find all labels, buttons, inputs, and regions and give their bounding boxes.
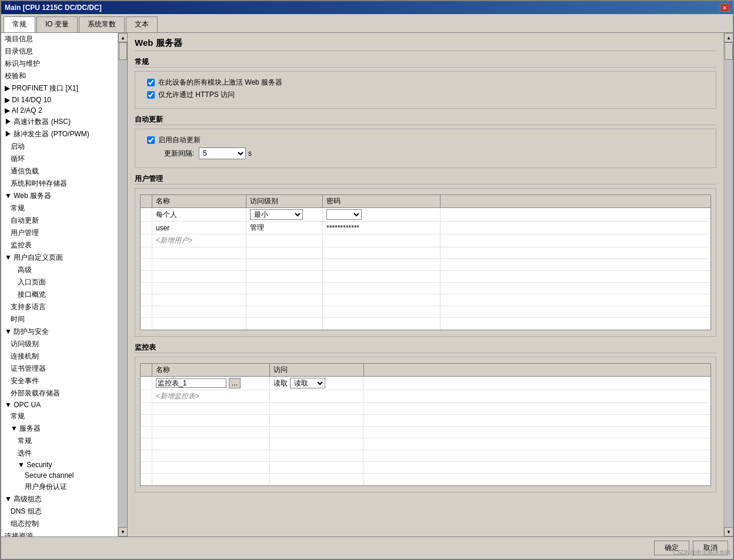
sidebar-item-ext-storage[interactable]: 外部装载存储器 (1, 387, 118, 400)
sidebar: 项目信息 目录信息 标识与维护 校验和 ▶ PROFINET 接口 [X1] ▶… (1, 33, 118, 536)
content-scroll-down[interactable]: ▼ (724, 527, 733, 536)
checkbox-activate-web-input[interactable] (147, 79, 155, 86)
sidebar-item-protection[interactable]: ▼ 防护与安全 (1, 326, 118, 338)
sidebar-item-opc-server[interactable]: ▼ 服务器 (1, 422, 118, 435)
tab-text[interactable]: 文本 (126, 16, 158, 32)
sidebar-item-dns[interactable]: DNS 组态 (1, 505, 118, 518)
user-new-check (141, 235, 152, 247)
main-window: Main [CPU 1215C DC/DC/DC] ✕ 常规 IO 变量 系统常… (0, 0, 734, 560)
table-row (141, 450, 710, 462)
close-button[interactable]: ✕ (720, 4, 729, 12)
user-row2-password-text: ************ (326, 224, 359, 232)
user-row2-password: ************ (323, 222, 441, 234)
sidebar-item-server-general[interactable]: 常规 (1, 435, 118, 447)
sidebar-scroll-thumb[interactable] (119, 42, 127, 60)
sidebar-item-entry-page[interactable]: 入口页面 (1, 276, 118, 289)
sidebar-scroll-track[interactable] (118, 42, 127, 527)
user-table-col-check (141, 195, 152, 207)
table-row (141, 427, 710, 438)
content-scrollbar: ▲ ▼ (723, 33, 733, 536)
sidebar-item-cycle[interactable]: 循环 (1, 153, 118, 165)
sidebar-item-config-ctrl[interactable]: 组态控制 (1, 518, 118, 530)
content-area: Web 服务器 常规 在此设备的所有模块上激活 Web 服务器 仅允许通过 HT… (128, 33, 723, 536)
user-new-name-text: <新增用户> (156, 236, 192, 246)
sidebar-item-profinet[interactable]: ▶ PROFINET 接口 [X1] (1, 82, 118, 95)
checkbox-auto-update-input[interactable] (147, 136, 155, 144)
user-row1-password-select[interactable] (326, 209, 362, 220)
sidebar-item-auto-update[interactable]: 自动更新 (1, 214, 118, 227)
sidebar-item-project-info[interactable]: 项目信息 (1, 33, 118, 45)
sidebar-item-cert-mgr[interactable]: 证书管理器 (1, 363, 118, 375)
table-row (141, 403, 710, 415)
table-row (141, 438, 710, 450)
watch-table-col-name: 名称 (152, 364, 270, 376)
user-table-col-access: 访问级别 (246, 195, 323, 207)
table-row (141, 247, 710, 259)
sidebar-item-security[interactable]: ▼ Security (1, 460, 118, 470)
sidebar-item-access-level[interactable]: 访问级别 (1, 338, 118, 350)
user-row1-password[interactable] (323, 208, 441, 221)
sidebar-item-web-server[interactable]: ▼ Web 服务器 (1, 190, 118, 202)
sidebar-item-conn-resources[interactable]: 连接资源 (1, 530, 118, 536)
watch-row1-browse-btn[interactable]: ... (229, 378, 241, 388)
user-new-password (323, 235, 441, 247)
sidebar-scroll-up[interactable]: ▲ (118, 33, 128, 42)
tab-general[interactable]: 常规 (4, 16, 35, 32)
sidebar-item-secure-channel[interactable]: Secure channel (1, 470, 118, 481)
content-scroll-thumb[interactable] (725, 42, 733, 60)
watch-row1-name-input[interactable] (156, 378, 226, 388)
sidebar-item-custom-pages[interactable]: ▼ 用户自定义页面 (1, 252, 118, 264)
sidebar-item-hsc[interactable]: ▶ 高速计数器 (HSC) (1, 116, 118, 128)
sidebar-item-watch-table[interactable]: 监控表 (1, 239, 118, 252)
sidebar-scroll-down[interactable]: ▼ (118, 527, 128, 536)
sidebar-item-startup[interactable]: 启动 (1, 140, 118, 153)
sidebar-item-advanced-config[interactable]: ▼ 高级组态 (1, 493, 118, 505)
sidebar-item-security-event[interactable]: 安全事件 (1, 375, 118, 387)
sidebar-item-identity[interactable]: 标识与维护 (1, 58, 118, 70)
table-row: <新增监控表> (141, 390, 710, 403)
sidebar-item-multi-lang[interactable]: 支持多语言 (1, 301, 118, 313)
sidebar-item-pto-pwm[interactable]: ▶ 脉冲发生器 (PTO/PWM) (1, 128, 118, 140)
sidebar-item-server-addon[interactable]: 选件 (1, 447, 118, 460)
sidebar-item-opc-general[interactable]: 常规 (1, 410, 118, 422)
table-row (141, 415, 710, 427)
watch-row1-access[interactable]: 读取 读取 (270, 377, 364, 390)
sidebar-item-di-dq[interactable]: ▶ DI 14/DQ 10 (1, 95, 118, 105)
content-scroll-track[interactable] (724, 42, 733, 527)
checkbox-https-only-input[interactable] (147, 91, 155, 99)
sidebar-item-ai-aq[interactable]: ▶ AI 2/AQ 2 (1, 105, 118, 116)
sidebar-item-time[interactable]: 时间 (1, 313, 118, 326)
sidebar-item-checksum[interactable]: 校验和 (1, 70, 118, 82)
sidebar-item-opc-ua[interactable]: ▼ OPC UA (1, 400, 118, 410)
content-scroll-up[interactable]: ▲ (724, 33, 733, 42)
sidebar-scrollbar: ▲ ▼ (118, 33, 127, 536)
user-row2-check (141, 222, 152, 234)
user-table-col-name: 名称 (152, 195, 246, 207)
sidebar-item-sys-clock[interactable]: 系统和时钟存储器 (1, 177, 118, 190)
user-row2-access-text: 管理 (250, 223, 264, 233)
watch-table-col-check (141, 364, 152, 376)
user-row1-access[interactable]: 最小 (246, 208, 323, 221)
sidebar-item-user-auth[interactable]: 用户身份认证 (1, 481, 118, 493)
window-title: Main [CPU 1215C DC/DC/DC] (5, 4, 102, 12)
user-row2-access: 管理 (246, 222, 323, 234)
sidebar-item-advanced[interactable]: 高级 (1, 264, 118, 276)
sidebar-item-connection[interactable]: 连接机制 (1, 350, 118, 363)
interval-select[interactable]: 5 (199, 147, 246, 159)
tab-bar: 常规 IO 变量 系统常数 文本 (1, 14, 733, 32)
tab-io-variable[interactable]: IO 变量 (36, 16, 78, 32)
table-row (141, 271, 710, 283)
bottom-bar: 确定 取消 (1, 536, 733, 559)
checkbox-activate-web-label: 在此设备的所有模块上激活 Web 服务器 (158, 78, 282, 88)
user-table-col-password: 密码 (323, 195, 441, 207)
sidebar-item-web-general[interactable]: 常规 (1, 202, 118, 214)
watch-row1-access-select[interactable]: 读取 (290, 378, 325, 388)
sidebar-item-catalog[interactable]: 目录信息 (1, 45, 118, 58)
watch-row1-name[interactable]: ... (152, 377, 270, 390)
user-row1-access-select[interactable]: 最小 (250, 209, 303, 220)
sidebar-item-comm-load[interactable]: 通信负载 (1, 165, 118, 177)
sidebar-item-interface-overview[interactable]: 接口概览 (1, 289, 118, 301)
user-table-header: 名称 访问级别 密码 (141, 195, 710, 208)
tab-system-constant[interactable]: 系统常数 (79, 16, 125, 32)
sidebar-item-user-mgmt[interactable]: 用户管理 (1, 227, 118, 239)
